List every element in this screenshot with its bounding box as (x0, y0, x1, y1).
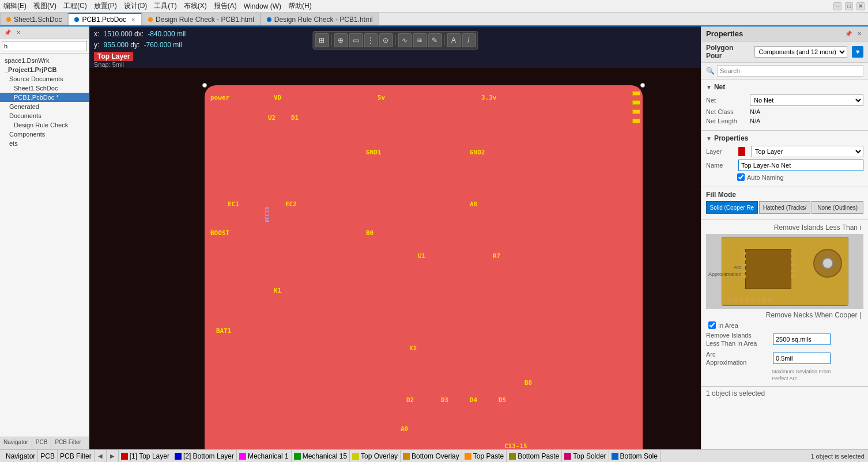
layer-nav-right[interactable]: ▶ (107, 450, 119, 462)
menu-window[interactable]: Window (W) (244, 2, 281, 10)
tb-edit-button[interactable]: ✎ (428, 33, 441, 47)
menu-bar: 编辑(E) 视图(V) 工程(C) 放置(P) 设计(D) 工具(T) 布线(X… (0, 0, 868, 13)
pcb-tab[interactable]: PCB (32, 437, 52, 449)
tab-sheet1[interactable]: Sheet1.SchDoc (0, 13, 68, 25)
in-area-checkbox[interactable] (708, 321, 716, 329)
layer-top-overlay[interactable]: Top Overlay (350, 450, 401, 462)
tb-line-button[interactable]: / (462, 33, 475, 47)
left-panel: 📌 ✕ space1.DsnWrk _Project1.PrjPCB Sourc… (0, 26, 89, 449)
net-row: Net No Net (706, 94, 863, 106)
fill-none-button[interactable]: None (Outlines) (812, 201, 863, 214)
net-dropdown[interactable]: No Net (750, 94, 863, 106)
layer-top-solder[interactable]: Top Solder (562, 450, 609, 462)
preview-connectors (728, 297, 772, 302)
auto-naming-checkbox[interactable] (737, 173, 745, 181)
tree-item-sheet1[interactable]: Sheet1.SchDoc (0, 84, 89, 93)
net-length-value: N/A (750, 118, 760, 124)
pcb-a0-label: A0 (401, 425, 408, 433)
tb-dots-button[interactable]: ⋮ (364, 33, 378, 47)
components-dropdown[interactable]: Components (and 12 more) (754, 46, 847, 58)
arc-approx-input[interactable] (773, 353, 831, 364)
layer-top[interactable]: [1] Top Layer (119, 450, 172, 462)
menu-design[interactable]: 设计(D) (124, 1, 148, 11)
net-section-header[interactable]: ▼ Net (706, 83, 863, 91)
tb-filter-button[interactable]: ⊞ (315, 33, 329, 47)
tree-item-pcb1[interactable]: PCB1.PcbDoc * (0, 93, 89, 102)
filter-button[interactable]: ▼ (852, 46, 863, 58)
layer-top-overlay-swatch (352, 453, 359, 460)
tab-drc2[interactable]: Design Rule Check - PCB1.html (261, 13, 379, 25)
right-panel-pin-button[interactable]: 📌 (843, 30, 854, 37)
status-navigator[interactable]: Navigator (3, 450, 38, 462)
tab-pcb1[interactable]: PCB1.PcbDoc ✕ (68, 13, 142, 25)
tree-item-documents[interactable]: Documents (0, 111, 89, 120)
layer-bot-paste[interactable]: Bottom Paste (507, 450, 562, 462)
fill-hatched-button[interactable]: Hatched (Tracks/ (759, 201, 811, 214)
menu-route[interactable]: 布线(X) (184, 1, 207, 11)
tb-wave-button[interactable]: ∿ (398, 33, 412, 47)
tab-icon-schematic (6, 17, 11, 22)
close-button[interactable]: ✕ (856, 2, 865, 10)
tab-drc1[interactable]: Design Rule Check - PCB1.html (142, 13, 261, 25)
pcb-label: PCB (40, 452, 55, 460)
tree-item-workspace[interactable]: space1.DsnWrk (0, 56, 89, 65)
name-label: Name (706, 162, 735, 169)
menu-place[interactable]: 放置(P) (94, 1, 117, 11)
menu-report[interactable]: 报告(A) (214, 1, 237, 11)
panel-close-button[interactable]: ✕ (14, 29, 22, 36)
layer-bot-solder[interactable]: Bottom Sole (609, 450, 661, 462)
menu-edit[interactable]: 编辑(E) (3, 1, 27, 11)
status-pcb-filter[interactable]: PCB Filter (58, 450, 95, 462)
tab-icon-drc1 (148, 17, 153, 22)
tree-container: space1.DsnWrk _Project1.PrjPCB Source Do… (0, 54, 89, 437)
tb-add-button[interactable]: ⊕ (334, 33, 348, 47)
name-input[interactable] (738, 160, 863, 171)
layer-nav-left[interactable]: ◀ (95, 450, 107, 462)
menu-help[interactable]: 帮助(H) (288, 1, 312, 11)
preview-circle (813, 249, 842, 278)
pcb-canvas[interactable]: power VD 5v 3.3v U2 D1 GND1 GND2 EC1 EC2… (89, 68, 701, 449)
pcb-ec2-label: EC2 (285, 200, 297, 208)
tree-item-generated[interactable]: Generated (0, 102, 89, 111)
search-input[interactable] (717, 65, 863, 77)
pcb-filter-tab[interactable]: PCB Filter (51, 437, 85, 449)
tab-icon-drc2 (267, 17, 271, 22)
layer-dropdown[interactable]: Top Layer (751, 146, 863, 157)
tab-close-pcb1[interactable]: ✕ (131, 17, 135, 23)
minimize-button[interactable]: ─ (833, 2, 841, 10)
menu-tools[interactable]: 工具(T) (154, 1, 176, 11)
panel-pin-button[interactable]: 📌 (2, 29, 13, 36)
layer-top-swatch (121, 453, 128, 460)
layer-top-paste[interactable]: Top Paste (462, 450, 507, 462)
layer-bot-overlay[interactable]: Bottom Overlay (401, 450, 462, 462)
properties-title: Properties (706, 29, 743, 38)
fill-solid-button[interactable]: Solid (Copper Re (706, 201, 758, 214)
tb-lines-button[interactable]: ≋ (413, 33, 427, 47)
menu-project[interactable]: 工程(C) (63, 1, 87, 11)
auto-naming-row: Auto Naming (706, 173, 863, 181)
menu-view[interactable]: 视图(V) (33, 1, 56, 11)
tree-item-components[interactable]: Components (0, 130, 89, 139)
tree-search-input[interactable] (2, 41, 87, 51)
remove-islands-input[interactable] (773, 334, 831, 345)
tb-text-button[interactable]: A (447, 33, 461, 47)
auto-naming-label: Auto Naming (747, 174, 784, 181)
in-area-label: In Area (718, 322, 738, 329)
props-section-header[interactable]: ▼ Properties (706, 134, 863, 142)
tree-item-nets[interactable]: ets (0, 139, 89, 148)
layer-top-label: [1] Top Layer (130, 452, 169, 460)
tree-item-source-docs[interactable]: Source Documents (0, 74, 89, 84)
maximize-button[interactable]: □ (845, 2, 853, 10)
right-panel-close-button[interactable]: ✕ (855, 30, 863, 37)
status-pcb[interactable]: PCB (38, 450, 58, 462)
layer-mech15[interactable]: Mechanical 15 (292, 450, 350, 462)
navigator-tab[interactable]: Navigator (0, 437, 32, 449)
layer-mech1[interactable]: Mechanical 1 (237, 450, 292, 462)
arc-approx-hint: Maximum Deviation FromPerfect Arc (706, 369, 863, 382)
tree-item-drc[interactable]: Design Rule Check (0, 120, 89, 130)
tb-rect-button[interactable]: ▭ (349, 33, 363, 47)
tb-circle-button[interactable]: ⊙ (379, 33, 393, 47)
tree-item-project[interactable]: _Project1.PrjPCB (0, 65, 89, 74)
layer-bottom[interactable]: [2] Bottom Layer (172, 450, 237, 462)
layer-bot-solder-swatch (612, 453, 618, 460)
